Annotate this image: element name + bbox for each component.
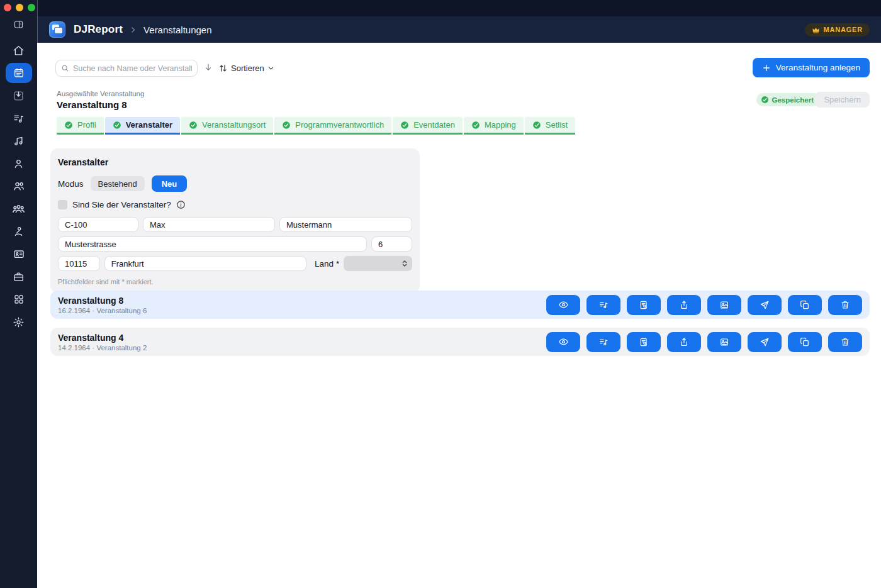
tab-programmverantwortlich[interactable]: Programmverantwortlich xyxy=(274,117,391,135)
tab-eventdaten[interactable]: Eventdaten xyxy=(393,117,463,135)
city-input[interactable] xyxy=(104,256,306,271)
trash-icon xyxy=(840,337,850,347)
tab-mapping[interactable]: Mapping xyxy=(464,117,524,135)
tab-label: Profil xyxy=(77,120,96,130)
sidebar-item-setlists[interactable] xyxy=(0,107,37,130)
close-button[interactable] xyxy=(4,4,11,11)
sidebar-toggle-icon[interactable] xyxy=(0,19,37,31)
music-notes-icon xyxy=(13,135,25,147)
check-circle-icon xyxy=(282,121,291,130)
document-search-icon xyxy=(639,337,649,347)
delete-button[interactable] xyxy=(828,332,862,352)
sidebar-item-music[interactable] xyxy=(0,130,37,152)
user-icon xyxy=(13,158,25,170)
customer-number-input[interactable] xyxy=(58,217,138,232)
card-title: Veranstalter xyxy=(58,157,412,167)
selected-event-eyebrow: Ausgewählte Veranstaltung xyxy=(57,90,144,97)
tab-label: Veranstaltungsort xyxy=(202,120,266,130)
mode-bestehend-button[interactable]: Bestehend xyxy=(91,176,145,191)
create-event-button[interactable]: Veranstaltung anlegen xyxy=(753,58,870,77)
page-title: Veranstaltungen xyxy=(143,25,211,35)
event-row-veranstaltung-8[interactable]: Veranstaltung 8 16.2.1964 · Veranstaltun… xyxy=(50,291,870,319)
event-title: Veranstaltung 8 xyxy=(58,296,147,306)
calendar-icon xyxy=(13,67,25,79)
setlist-icon xyxy=(598,337,609,347)
sort-direction-icon[interactable] xyxy=(203,62,213,75)
badge-card-button[interactable] xyxy=(707,332,741,352)
export-button[interactable] xyxy=(667,295,701,315)
plus-icon xyxy=(762,64,771,72)
tab-setlist[interactable]: Setlist xyxy=(525,117,575,135)
app-name: DJReport xyxy=(74,23,123,36)
briefcase-icon xyxy=(13,271,25,283)
view-button[interactable] xyxy=(546,295,580,315)
first-name-input[interactable] xyxy=(143,217,275,232)
document-preview-button[interactable] xyxy=(627,295,661,315)
tab-veranstalter[interactable]: Veranstalter xyxy=(105,117,180,135)
country-select[interactable] xyxy=(344,256,412,271)
arrows-up-down-icon xyxy=(218,64,228,73)
minimize-button[interactable] xyxy=(16,4,23,11)
saved-status-label: Gespeichert xyxy=(772,96,814,104)
sidebar-item-equipment[interactable] xyxy=(0,220,37,243)
create-event-label: Veranstaltung anlegen xyxy=(776,63,860,72)
apps-grid-icon xyxy=(13,294,25,305)
sort-dropdown[interactable]: Sortieren xyxy=(218,60,274,75)
send-icon xyxy=(760,300,770,310)
eye-icon xyxy=(558,299,569,310)
trash-icon xyxy=(840,300,850,310)
sidebar-item-settings[interactable] xyxy=(0,311,37,333)
self-organizer-checkbox[interactable] xyxy=(58,200,67,209)
check-circle-icon xyxy=(400,121,409,130)
sidebar-item-business[interactable] xyxy=(0,265,37,288)
tab-label: Eventdaten xyxy=(413,120,455,130)
search-input[interactable] xyxy=(55,60,198,77)
mode-neu-button[interactable]: Neu xyxy=(152,175,188,192)
export-button[interactable] xyxy=(667,332,701,352)
role-badge: MANAGER xyxy=(805,23,870,36)
setlist-button[interactable] xyxy=(586,295,620,315)
event-actions xyxy=(546,332,862,352)
event-row-veranstaltung-4[interactable]: Veranstaltung 4 14.2.1964 · Veranstaltun… xyxy=(50,328,870,356)
sidebar-item-memberships[interactable] xyxy=(0,243,37,265)
last-name-input[interactable] xyxy=(279,217,412,232)
veranstalter-card: Veranstalter Modus Bestehend Neu Sind Si… xyxy=(50,148,420,293)
zoom-button[interactable] xyxy=(28,4,35,11)
tab-veranstaltungsort[interactable]: Veranstaltungsort xyxy=(181,117,273,135)
info-icon[interactable] xyxy=(176,200,186,209)
duplicate-button[interactable] xyxy=(788,295,822,315)
sidebar-item-profile[interactable] xyxy=(0,152,37,175)
search-icon xyxy=(61,64,69,72)
check-circle-icon xyxy=(113,121,121,130)
saved-status-badge: Gespeichert xyxy=(756,93,820,106)
event-subtitle: 14.2.1964 · Veranstaltung 2 xyxy=(58,344,147,352)
view-button[interactable] xyxy=(546,332,580,352)
sidebar-item-apps[interactable] xyxy=(0,288,37,311)
role-badge-label: MANAGER xyxy=(824,26,863,33)
app-logo xyxy=(49,21,65,38)
setlist-button[interactable] xyxy=(586,332,620,352)
sidebar-item-contacts[interactable] xyxy=(0,175,37,197)
sidebar-item-imports[interactable] xyxy=(0,84,37,107)
send-button[interactable] xyxy=(748,332,782,352)
tab-profil[interactable]: Profil xyxy=(57,117,104,135)
share-up-icon xyxy=(679,300,689,310)
save-button[interactable]: Speichern xyxy=(815,92,870,108)
document-preview-button[interactable] xyxy=(627,332,661,352)
event-actions xyxy=(546,295,862,315)
sidebar-item-events[interactable] xyxy=(0,62,37,84)
delete-button[interactable] xyxy=(828,295,862,315)
mode-label: Modus xyxy=(58,179,84,189)
badge-card-button[interactable] xyxy=(707,295,741,315)
event-tabs: Profil Veranstalter Veranstaltungsort Pr… xyxy=(57,117,575,135)
select-stepper-icon xyxy=(400,258,409,269)
sidebar-item-groups[interactable] xyxy=(0,197,37,220)
send-button[interactable] xyxy=(748,295,782,315)
eye-icon xyxy=(558,336,569,347)
street-input[interactable] xyxy=(58,236,367,252)
duplicate-button[interactable] xyxy=(788,332,822,352)
window-titlebar xyxy=(37,0,881,16)
zip-input[interactable] xyxy=(58,256,100,271)
sidebar-item-home[interactable] xyxy=(0,39,37,62)
house-number-input[interactable] xyxy=(371,236,412,252)
